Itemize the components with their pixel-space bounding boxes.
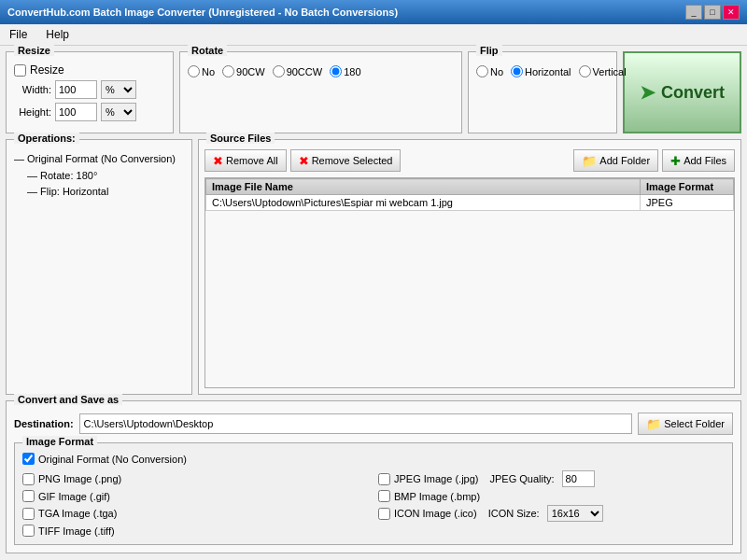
jpeg-checkbox[interactable] bbox=[378, 473, 390, 485]
select-folder-button[interactable]: 📁 Select Folder bbox=[638, 413, 733, 435]
add-files-button[interactable]: ✚ Add Files bbox=[662, 149, 735, 172]
icon-checkbox[interactable] bbox=[378, 508, 390, 520]
rotate-180-label[interactable]: 180 bbox=[330, 65, 360, 77]
tiff-checkbox[interactable] bbox=[22, 525, 35, 537]
source-files-title: Source Files bbox=[206, 133, 275, 144]
convert-save-section: Convert and Save as Destination: 📁 Selec… bbox=[6, 400, 741, 553]
convert-button[interactable]: ➤ Convert bbox=[623, 51, 741, 133]
rotate-group: Rotate No 90CW 90CCW 180 bbox=[179, 51, 462, 133]
rotate-title: Rotate bbox=[188, 45, 227, 56]
rotate-90cw-radio[interactable] bbox=[222, 65, 234, 77]
rotate-90cw-label[interactable]: 90CW bbox=[222, 65, 265, 77]
operations-tree: — Original Format (No Conversion) — Rota… bbox=[14, 151, 184, 201]
main-area: Resize Resize Width: % px Height: % px bbox=[0, 46, 747, 559]
content-row: Operations: — Original Format (No Conver… bbox=[6, 139, 741, 395]
top-row: Resize Resize Width: % px Height: % px bbox=[6, 51, 741, 133]
destination-row: Destination: 📁 Select Folder bbox=[14, 413, 733, 435]
rotate-no-radio[interactable] bbox=[188, 65, 200, 77]
resize-width-row: Width: % px bbox=[14, 80, 165, 99]
gif-row: GIF Image (.gif) bbox=[22, 490, 369, 502]
width-input[interactable] bbox=[55, 80, 97, 99]
left-panel: Operations: — Original Format (No Conver… bbox=[6, 139, 192, 395]
png-label: PNG Image (.png) bbox=[38, 473, 121, 484]
tga-checkbox[interactable] bbox=[22, 508, 35, 520]
bmp-checkbox[interactable] bbox=[378, 490, 390, 502]
title-bar-buttons: _ □ ✕ bbox=[685, 5, 740, 20]
resize-checkbox[interactable] bbox=[14, 64, 26, 77]
ops-child-flip: — Flip: Horizontal bbox=[14, 184, 184, 201]
flip-horizontal-radio[interactable] bbox=[511, 65, 523, 77]
original-format-row: Original Format (No Conversion) bbox=[22, 453, 725, 465]
resize-checkbox-label: Resize bbox=[30, 63, 64, 77]
destination-label: Destination: bbox=[14, 418, 74, 429]
image-format-title: Image Format bbox=[22, 436, 97, 447]
remove-selected-label: Remove Selected bbox=[312, 155, 393, 166]
menubar: File Help bbox=[0, 24, 747, 46]
convert-arrow-icon: ➤ bbox=[640, 81, 655, 104]
col-format: Image Format bbox=[641, 179, 734, 195]
ops-root-label: Original Format (No Conversion) bbox=[27, 153, 176, 164]
right-panel: Source Files ✖ Remove All ✖ Remove Selec… bbox=[198, 139, 741, 395]
height-input[interactable] bbox=[55, 103, 97, 121]
remove-all-label: Remove All bbox=[226, 155, 278, 166]
width-label: Width: bbox=[14, 84, 51, 95]
rotate-180-radio[interactable] bbox=[330, 65, 342, 77]
convert-save-title: Convert and Save as bbox=[14, 394, 122, 405]
flip-vertical-radio[interactable] bbox=[579, 65, 591, 77]
rotate-no-label[interactable]: No bbox=[188, 65, 215, 77]
minimize-button[interactable]: _ bbox=[685, 5, 702, 20]
flip-horizontal-label[interactable]: Horizontal bbox=[511, 65, 571, 77]
jpeg-quality-input[interactable] bbox=[562, 470, 595, 487]
add-folder-icon: 📁 bbox=[582, 154, 597, 168]
close-button[interactable]: ✕ bbox=[723, 5, 740, 20]
add-files-label: Add Files bbox=[684, 155, 726, 166]
icon-size-select[interactable]: 16x16 32x32 64x64 bbox=[547, 505, 603, 522]
file-name-cell: C:\Users\Uptodown\Pictures\Espiar mi web… bbox=[206, 195, 641, 211]
jpeg-label: JPEG Image (.jpg) bbox=[394, 473, 478, 484]
maximize-button[interactable]: □ bbox=[704, 5, 721, 20]
convert-label: Convert bbox=[661, 83, 725, 103]
flip-group: Flip No Horizontal Vertical bbox=[468, 51, 617, 133]
jpeg-row: JPEG Image (.jpg) JPEG Quality: bbox=[378, 470, 725, 487]
remove-all-button[interactable]: ✖ Remove All bbox=[204, 149, 287, 172]
png-checkbox[interactable] bbox=[22, 473, 35, 485]
ops-rotate-label: Rotate: 180° bbox=[40, 170, 97, 181]
title-bar-text: ConvertHub.com Batch Image Converter (Un… bbox=[7, 7, 398, 18]
destination-input[interactable] bbox=[79, 413, 633, 434]
menu-file[interactable]: File bbox=[4, 26, 33, 43]
tree-subdash-flip: — bbox=[27, 186, 40, 197]
ops-flip-label: Flip: Horizontal bbox=[40, 186, 108, 197]
ops-child-rotate: — Rotate: 180° bbox=[14, 168, 184, 185]
width-unit-select[interactable]: % px bbox=[101, 80, 136, 99]
add-files-icon: ✚ bbox=[670, 154, 681, 168]
original-format-checkbox[interactable] bbox=[22, 453, 35, 465]
flip-no-label[interactable]: No bbox=[476, 65, 503, 77]
rotate-radio-group: No 90CW 90CCW 180 bbox=[188, 63, 454, 77]
rotate-90ccw-label[interactable]: 90CCW bbox=[273, 65, 323, 77]
flip-no-radio[interactable] bbox=[476, 65, 488, 77]
rotate-90ccw-radio[interactable] bbox=[273, 65, 285, 77]
file-format-cell: JPEG bbox=[641, 195, 734, 211]
menu-help[interactable]: Help bbox=[40, 26, 75, 43]
tga-row: TGA Image (.tga) bbox=[22, 505, 369, 522]
add-folder-button[interactable]: 📁 Add Folder bbox=[573, 149, 658, 172]
flip-vertical-label[interactable]: Vertical bbox=[579, 65, 627, 77]
remove-all-icon: ✖ bbox=[213, 154, 223, 168]
select-folder-label: Select Folder bbox=[664, 418, 725, 429]
resize-title: Resize bbox=[14, 45, 54, 56]
source-files-group: Source Files ✖ Remove All ✖ Remove Selec… bbox=[198, 139, 741, 395]
table-row[interactable]: C:\Users\Uptodown\Pictures\Espiar mi web… bbox=[206, 195, 734, 211]
operations-title: Operations: bbox=[14, 133, 79, 144]
flip-radio-group: No Horizontal Vertical bbox=[476, 63, 609, 77]
height-unit-select[interactable]: % px bbox=[101, 103, 136, 121]
tree-subdash-rotate: — bbox=[27, 170, 40, 181]
jpeg-quality-label: JPEG Quality: bbox=[489, 473, 554, 484]
resize-group: Resize Resize Width: % px Height: % px bbox=[6, 51, 174, 133]
remove-selected-button[interactable]: ✖ Remove Selected bbox=[290, 149, 402, 172]
bmp-row: BMP Image (.bmp) bbox=[378, 490, 725, 502]
original-format-label: Original Format (No Conversion) bbox=[38, 454, 187, 465]
tree-dash: — bbox=[14, 153, 27, 164]
remove-selected-icon: ✖ bbox=[299, 154, 309, 168]
gif-checkbox[interactable] bbox=[22, 490, 35, 502]
add-folder-label: Add Folder bbox=[599, 155, 650, 166]
